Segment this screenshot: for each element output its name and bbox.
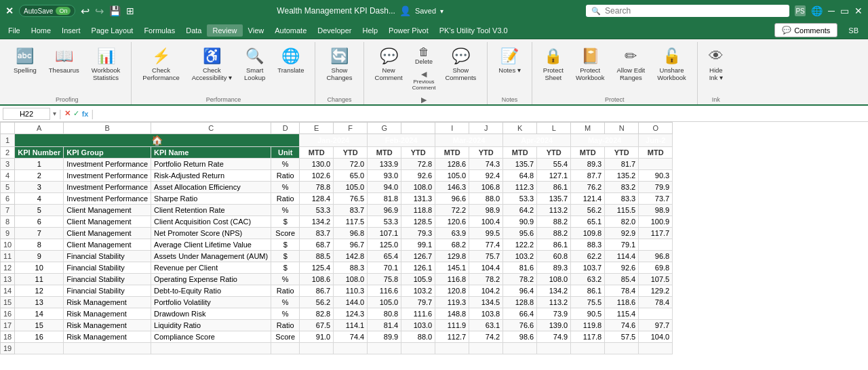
spreadsheet: A B C D E F G H I J K L M N O [0, 122, 868, 370]
insert-function-btn[interactable]: fx [82, 110, 89, 118]
comments-button[interactable]: 💬 Comments [774, 23, 837, 37]
menu-view[interactable]: View [243, 24, 270, 37]
col-header-L[interactable]: L [537, 123, 571, 134]
protect-workbook-button[interactable]: 📔 ProtectWorkbook [570, 45, 610, 85]
confirm-formula-btn[interactable]: ✓ [73, 109, 79, 118]
workbook-statistics-button[interactable]: 📊 WorkbookStatistics [86, 45, 126, 85]
autosave-label: AutoSave [24, 7, 53, 15]
new-comment-icon: 💬 [380, 47, 398, 65]
restore-btn[interactable]: ▭ [840, 5, 849, 16]
previous-comment-button[interactable]: ◀ PreviousComment [410, 68, 439, 93]
delete-comment-button[interactable]: 🗑 Delete [410, 45, 439, 67]
search-input[interactable] [605, 6, 774, 16]
col-header-B[interactable]: B [64, 123, 151, 134]
table-row: 15 13 Risk Management Portfolio Volatili… [1, 297, 673, 308]
table-row: 9 7 Client Management Net Promoter Score… [1, 228, 673, 239]
mtd-header-6: MTD [639, 147, 673, 159]
formula-bar: ▾ | ✕ ✓ fx | [0, 106, 868, 122]
col-header-E[interactable]: E [300, 123, 334, 134]
translate-button[interactable]: 🌐 Translate [272, 45, 309, 77]
formula-dropdown[interactable]: ▾ [53, 110, 56, 117]
protect-sheet-button[interactable]: 🔒 ProtectSheet [538, 45, 569, 85]
next-comment-button[interactable]: ▶ NextComment [410, 94, 439, 106]
smart-lookup-button[interactable]: 🔍 SmartLookup [239, 45, 271, 85]
hide-ink-button[interactable]: 👁 HideInk ▾ [703, 45, 729, 85]
ribbon-group-changes: 🔄 ShowChanges Changes [315, 42, 363, 104]
comment-icon: 💬 [782, 26, 791, 35]
thesaurus-button[interactable]: 📖 Thesaurus [43, 45, 85, 77]
changes-label: Changes [327, 95, 351, 103]
notes-label: Notes [502, 95, 518, 103]
title-bar-right: 🔍 PS 🌐 ─ ▭ ✕ [586, 5, 863, 17]
menu-data[interactable]: Data [180, 24, 207, 37]
autosave-toggle[interactable]: AutoSave On [19, 5, 75, 17]
proofing-label: Proofing [56, 95, 79, 103]
col-header-K[interactable]: K [503, 123, 537, 134]
undo-btn[interactable]: ↩ [81, 5, 90, 18]
share-button[interactable]: SB [842, 24, 865, 37]
translate-icon: 🌐 [281, 47, 300, 65]
minimize-btn[interactable]: ─ [828, 5, 835, 16]
protect-sheet-icon: 🔒 [544, 47, 562, 65]
mtd-header-2: MTD [368, 147, 401, 159]
col-header-C[interactable]: C [151, 123, 271, 134]
menu-home[interactable]: Home [26, 24, 56, 37]
col-header-D[interactable]: D [271, 123, 300, 134]
row-2: 2 KPI Number KPI Group KPI Name Unit MTD… [1, 147, 673, 159]
show-changes-button[interactable]: 🔄 ShowChanges [321, 45, 357, 85]
search-area[interactable]: 🔍 [586, 5, 789, 17]
formula-input[interactable] [96, 108, 865, 119]
col-header-A[interactable]: A [15, 123, 64, 134]
home-cell[interactable]: 🏠 [15, 134, 300, 147]
menu-help[interactable]: Help [357, 24, 383, 37]
close-btn[interactable]: ✕ [854, 5, 863, 16]
notes-icon: 📝 [500, 47, 519, 65]
unit-header: Unit [271, 147, 300, 159]
table-row: 6 4 Investment Performance Sharpe Ratio … [1, 193, 673, 205]
mtd-header-4: MTD [503, 147, 537, 159]
col-header-O[interactable]: O [639, 123, 673, 134]
col-header-J[interactable]: J [469, 123, 503, 134]
menu-developer[interactable]: Developer [312, 24, 357, 37]
menu-review[interactable]: Review [207, 24, 242, 37]
menu-insert[interactable]: Insert [56, 24, 86, 37]
redo-btn[interactable]: ↪ [95, 5, 104, 18]
search-icon: 🔍 [591, 7, 601, 16]
col-header-I[interactable]: I [435, 123, 469, 134]
show-comments-button[interactable]: 💬 ShowComments [439, 45, 481, 85]
globe-icon[interactable]: 🌐 [811, 5, 823, 16]
filename: Wealth Management KPI Dash... [277, 6, 395, 16]
new-comment-button[interactable]: 💬 NewComment [370, 45, 408, 85]
check-performance-button[interactable]: ⚡ CheckPerformance [137, 45, 184, 85]
menu-automate[interactable]: Automate [269, 24, 312, 37]
save-icon[interactable]: 💾 [109, 5, 121, 16]
col-header-row [1, 123, 15, 134]
protect-label: Protect [605, 95, 625, 103]
ytd-header-2: YTD [401, 147, 435, 159]
avatar[interactable]: PS [795, 5, 806, 16]
notes-button[interactable]: 📝 Notes ▾ [493, 45, 526, 77]
allow-edit-button[interactable]: ✏ Allow EditRanges [612, 45, 651, 85]
menu-power-pivot[interactable]: Power Pivot [383, 24, 434, 37]
check-accessibility-button[interactable]: ♿ CheckAccessibility ▾ [186, 45, 237, 85]
cell-reference[interactable] [3, 108, 50, 120]
ribbon-group-ink: 👁 HideInk ▾ Ink [698, 42, 734, 104]
table-row: 17 15 Risk Management Liquidity Ratio Ra… [1, 320, 673, 331]
col-header-H[interactable]: H [401, 123, 435, 134]
cancel-formula-btn[interactable]: ✕ [64, 109, 71, 118]
unshare-workbook-button[interactable]: 🔓 UnshareWorkbook [652, 45, 692, 85]
col-header-M[interactable]: M [571, 123, 605, 134]
menu-file[interactable]: File [3, 24, 26, 37]
menu-page-layout[interactable]: Page Layout [86, 24, 139, 37]
next-icon: ▶ [421, 96, 427, 104]
grid-icon[interactable]: ⊞ [126, 5, 134, 16]
col-header-N[interactable]: N [605, 123, 639, 134]
dropdown-icon[interactable]: ▾ [440, 7, 443, 15]
col-header-F[interactable]: F [334, 123, 368, 134]
col-header-G[interactable]: G [368, 123, 401, 134]
spelling-button[interactable]: 🔤 Spelling [8, 45, 42, 77]
row-num-1: 1 [1, 134, 15, 147]
menu-pk-utility[interactable]: PK's Utility Tool V3.0 [434, 24, 513, 37]
menu-formulas[interactable]: Formulas [138, 24, 180, 37]
kpi-group-header: KPI Group [64, 147, 151, 159]
